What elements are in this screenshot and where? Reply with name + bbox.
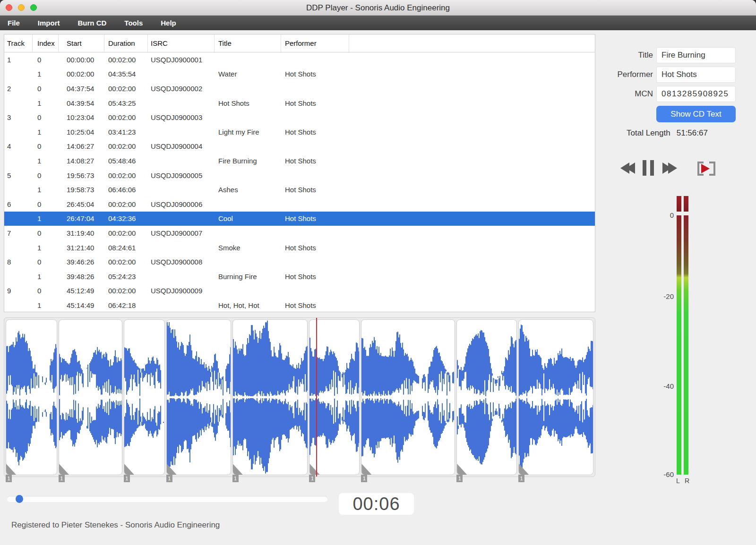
cell-track: 2 (4, 85, 33, 93)
pq-play-icon[interactable] (697, 161, 715, 177)
cell-duration: 05:48:46 (104, 157, 148, 165)
table-row[interactable]: 8039:46:2600:02:00USQDJ0900008 (4, 255, 595, 269)
menu-tools[interactable]: Tools (124, 19, 143, 27)
waveform-canvas (309, 320, 359, 475)
table-row[interactable]: 126:47:0404:32:36CoolHot Shots (4, 212, 595, 226)
table-row[interactable]: 119:58:7306:46:06AshesHot Shots (4, 182, 595, 197)
table-row[interactable]: 100:02:0004:35:54WaterHot Shots (4, 67, 595, 82)
table-row[interactable]: 5019:56:7300:02:00USQDJ0900005 (4, 168, 595, 183)
column-header-duration[interactable]: Duration (104, 34, 148, 52)
waveform-track-segment[interactable]: 1 (232, 319, 308, 475)
cell-duration: 04:32:36 (104, 214, 148, 222)
cell-performer: Hot Shots (281, 214, 349, 222)
table-row[interactable]: 1000:00:0000:02:00USQDJ0900001 (4, 52, 595, 67)
waveform-track-segment[interactable]: 1 (6, 319, 57, 475)
table-body: 1000:00:0000:02:00USQDJ0900001100:02:000… (4, 52, 595, 313)
column-header-performer[interactable]: Performer (281, 34, 349, 52)
title-bar[interactable]: DDP Player - Sonoris Audio Engineering (0, 0, 756, 16)
mcn-field-label: MCN (596, 86, 653, 102)
table-row[interactable]: 104:39:5405:43:25Hot ShotsHot Shots (4, 96, 595, 111)
table-row[interactable]: 7031:19:4000:02:00USQDJ0900007 (4, 226, 595, 240)
cell-track: 1 (4, 56, 33, 64)
table-row[interactable]: 145:14:4906:42:18Hot, Hot, HotHot Shots (4, 298, 595, 313)
cell-title: Light my Fire (215, 128, 281, 136)
table-row[interactable]: 3010:23:0400:02:00USQDJ0900003 (4, 110, 595, 125)
column-header-isrc[interactable]: ISRC (148, 34, 215, 52)
meter-tick-60: -60 (653, 470, 674, 478)
cell-duration: 05:43:25 (104, 99, 148, 107)
track-index-marker[interactable]: 1 (232, 475, 239, 482)
column-header-track[interactable]: Track (4, 34, 33, 52)
show-cd-text-button[interactable]: Show CD Text (656, 106, 736, 122)
mcn-field[interactable] (656, 86, 736, 102)
cell-start: 31:19:40 (59, 229, 104, 237)
waveform-track-segment[interactable]: 1 (361, 319, 455, 475)
track-index-marker[interactable]: 1 (518, 475, 524, 482)
cell-duration: 00:02:00 (104, 142, 148, 150)
column-header-start[interactable]: Start (59, 34, 104, 52)
cell-index: 1 (33, 272, 59, 281)
cell-index: 1 (33, 244, 59, 252)
track-index-marker[interactable]: 1 (124, 475, 130, 482)
waveform-track-segment[interactable]: 1 (166, 319, 231, 475)
cell-duration: 06:42:18 (104, 301, 148, 309)
table-row[interactable]: 131:21:4008:24:61SmokeHot Shots (4, 240, 595, 255)
cell-start: 14:08:27 (59, 157, 104, 165)
menu-import[interactable]: Import (38, 19, 60, 27)
track-index-marker[interactable]: 1 (361, 475, 367, 482)
cell-start: 19:58:73 (59, 186, 104, 194)
table-row[interactable]: 139:48:2605:24:23Burning FireHot Shots (4, 269, 595, 284)
waveform-track-segment[interactable]: 1 (456, 319, 517, 475)
cell-start: 31:21:40 (59, 244, 104, 252)
cell-index: 0 (33, 56, 59, 64)
menu-file[interactable]: File (8, 19, 20, 27)
menu-help[interactable]: Help (161, 19, 176, 27)
track-index-marker[interactable]: 1 (166, 475, 172, 482)
performer-field[interactable] (656, 67, 736, 83)
waveform-canvas (361, 320, 455, 475)
performer-field-label: Performer (596, 67, 653, 83)
track-index-marker[interactable]: 1 (6, 475, 12, 482)
waveform-canvas (167, 320, 231, 475)
title-field-label: Title (596, 47, 653, 63)
cell-track: 4 (4, 142, 33, 150)
table-row[interactable]: 4014:06:2700:02:00USQDJ0900004 (4, 139, 595, 154)
cell-duration: 05:24:23 (104, 272, 148, 281)
menu-burn-cd[interactable]: Burn CD (78, 19, 107, 27)
fast-forward-icon[interactable] (662, 162, 677, 174)
registration-status: Registered to Pieter Stenekes - Sonoris … (11, 520, 220, 530)
table-row[interactable]: 114:08:2705:48:46Fire BurningHot Shots (4, 153, 595, 168)
cell-track: 5 (4, 171, 33, 179)
cell-index: 1 (33, 214, 59, 222)
rewind-icon[interactable] (620, 162, 635, 174)
cell-start: 19:56:73 (59, 171, 104, 179)
seek-slider-thumb[interactable] (16, 495, 23, 503)
table-row[interactable]: 6026:45:0400:02:00USQDJ0900006 (4, 197, 595, 212)
waveform-canvas (124, 320, 164, 475)
waveform-track-segment[interactable]: 1 (124, 319, 165, 475)
cell-performer: Hot Shots (281, 99, 349, 107)
cell-isrc: USQDJ0900003 (148, 113, 215, 121)
column-header-title[interactable]: Title (215, 34, 281, 52)
track-index-marker[interactable]: 1 (59, 475, 65, 482)
table-row[interactable]: 9045:12:4900:02:00USQDJ0900009 (4, 284, 595, 298)
waveform-track-segment[interactable]: 1 (59, 319, 122, 475)
cell-track: 7 (4, 229, 33, 237)
cell-isrc: USQDJ0900002 (148, 85, 215, 93)
waveform-track-segment[interactable]: 1 (518, 319, 593, 475)
meter-channel-left-label: L (676, 477, 680, 485)
cell-start: 39:48:26 (59, 272, 104, 281)
seek-slider[interactable] (7, 496, 328, 502)
playhead-cursor[interactable] (316, 318, 317, 477)
column-header-index[interactable]: Index (33, 34, 59, 52)
title-field[interactable] (656, 47, 736, 63)
track-index-marker[interactable]: 1 (456, 475, 463, 482)
track-index-marker[interactable]: 1 (309, 475, 315, 482)
cell-index: 1 (33, 128, 59, 136)
cell-start: 39:46:26 (59, 258, 104, 266)
cell-index: 0 (33, 113, 59, 121)
cell-isrc: USQDJ0900005 (148, 171, 215, 179)
table-row[interactable]: 110:25:0403:41:23Light my FireHot Shots (4, 125, 595, 139)
table-row[interactable]: 2004:37:5400:02:00USQDJ0900002 (4, 81, 595, 96)
pause-icon[interactable] (643, 160, 654, 176)
